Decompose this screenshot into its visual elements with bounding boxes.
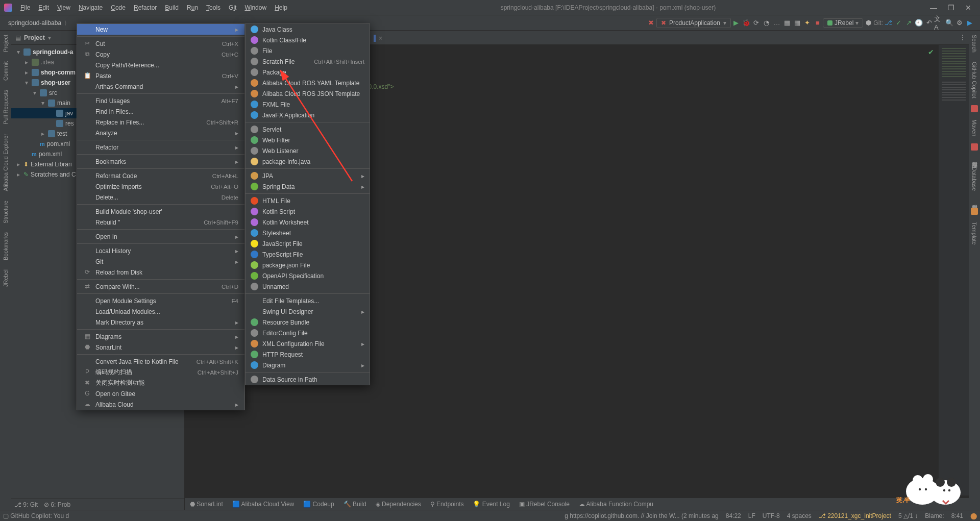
ctx-item[interactable]: Git▸ [77,256,244,267]
menu-view[interactable]: View [54,2,74,13]
new-item[interactable]: Servlet [246,124,370,135]
menu-edit[interactable]: Edit [35,2,52,13]
ctx-item[interactable]: Optimize ImportsCtrl+Alt+O [77,181,244,192]
ctx-item[interactable]: 📋PasteCtrl+V [77,70,244,81]
new-item[interactable]: Alibaba Cloud ROS YAML Template [246,78,370,88]
context-menu[interactable]: New▸✂CutCtrl+X⧉CopyCtrl+CCopy Path/Refer… [77,23,245,410]
new-item[interactable]: Stylesheet [246,228,370,238]
git-clock-icon[interactable]: 🕘 [914,18,924,28]
maximize-button[interactable]: ❐ [943,4,959,12]
ctx-item[interactable]: ⬣SonarLint▸ [77,342,244,353]
lt-alibaba[interactable]: Alibaba Cloud Explorer [3,132,9,193]
ctx-item[interactable]: Open In▸ [77,231,244,242]
new-item[interactable]: Data Source in Path [246,374,370,385]
ctx-item[interactable]: Find in Files... [77,106,244,117]
ctx-item[interactable]: Mark Directory as▸ [77,317,244,328]
menu-help[interactable]: Help [272,2,290,13]
new-item[interactable]: Scratch FileCtrl+Alt+Shift+Insert [246,56,370,67]
ctx-item[interactable]: Refactor▸ [77,142,244,153]
ctx-item[interactable]: Load/Unload Modules... [77,306,244,317]
play2-icon[interactable]: ▶ [965,18,975,28]
new-item[interactable]: Kotlin Class/File [246,35,370,45]
ctx-item[interactable]: New▸ [77,24,244,35]
status-enc[interactable]: UTF-8 [763,512,780,519]
bt-jrebel[interactable]: ▣ JRebel Console [519,501,570,508]
bt-alibaba[interactable]: 🟦 Alibaba Cloud View [232,501,295,508]
bl-problems[interactable]: ⊘ 6: Prob [44,501,70,508]
ctx-item[interactable]: ✂CutCtrl+X [77,38,244,49]
status-blame[interactable]: Blame: [925,512,944,519]
menu-refactor[interactable]: Refactor [131,2,160,13]
ctx-item[interactable]: GOpen on Gitee [77,388,244,399]
status-delta[interactable]: 5 △/1 ↓ [898,512,918,519]
new-item[interactable]: HTTP Request [246,349,370,360]
status-eol[interactable]: LF [748,512,755,519]
rt-maven-icon[interactable] [971,105,978,112]
menu-git[interactable]: Git [226,2,239,13]
new-item[interactable]: Diagram▸ [246,360,370,370]
settings-icon[interactable]: ⚙ [954,18,965,28]
ctx-item[interactable]: Arthas Command▸ [77,81,244,92]
bl-git[interactable]: ⎇ 9: Git [14,501,38,508]
rt-copilot[interactable]: GitHub Copilot [971,60,977,101]
grid-icon[interactable]: ▦ [782,18,792,28]
rt-app1[interactable]: 应用程序 [971,156,978,160]
new-item[interactable]: OpenAPI Specification [246,270,370,281]
lt-bookmarks[interactable]: Bookmarks [3,230,9,262]
new-item[interactable]: Resource Bundle [246,317,370,328]
menu-run[interactable]: Run [184,2,201,13]
status-ime-icon[interactable]: ⬤ [970,512,977,519]
ctx-item[interactable]: Open Module SettingsF4 [77,295,244,306]
new-item[interactable]: EditorConfig File [246,328,370,338]
git-commit-icon[interactable]: ✓ [893,18,903,28]
stop-icon[interactable]: ✖ [646,18,656,28]
editor-tab[interactable]: × [369,31,387,44]
ctx-item[interactable]: P编码规约扫描Ctrl+Alt+Shift+J [77,367,244,378]
new-item[interactable]: Package [246,67,370,78]
menu-code[interactable]: Code [108,2,129,13]
trace-icon[interactable]: … [772,18,782,28]
new-item[interactable]: Spring Data▸ [246,181,370,192]
lt-commit[interactable]: Commit [3,59,9,83]
new-item[interactable]: JPA▸ [246,170,370,181]
search-icon[interactable]: 🔍 [944,18,954,28]
git-push-icon[interactable]: ↗ [903,18,914,28]
ctx-item[interactable]: Build Module 'shop-user' [77,206,244,217]
ctx-item[interactable]: Bookmarks▸ [77,156,244,167]
bt-alifc[interactable]: ☁ Alibaba Function Compu [579,501,653,508]
ctx-item[interactable]: Rebuild ''Ctrl+Shift+F9 [77,217,244,228]
close-button[interactable]: ✕ [961,4,976,12]
lt-structure[interactable]: Structure [3,199,9,226]
bt-sonar[interactable]: ⬣ SonarLint [190,501,223,508]
rt-app2[interactable]: 应用程序 [971,199,978,203]
mascot-widget[interactable]: 英,半 [894,452,971,508]
menu-tools[interactable]: Tools [203,2,224,13]
status-copilot[interactable]: ▢ GitHub Copilot: You d [3,512,69,519]
git-revert-icon[interactable]: ↶ [924,18,934,28]
run-configuration[interactable]: ✖ProductApplication▾ [656,18,731,28]
rt-db[interactable]: Database [971,165,977,193]
new-item[interactable]: Java Class [246,24,370,35]
lt-jrebel[interactable]: JRebel [3,267,9,289]
ctx-item[interactable]: Copy Path/Reference... [77,60,244,70]
coverage-icon[interactable]: ⟳ [751,18,762,28]
new-item[interactable]: XML Configuration File▸ [246,338,370,349]
new-item[interactable]: Unnamed [246,281,370,292]
ctx-item[interactable]: Delete...Delete [77,192,244,203]
rt-tpl[interactable]: Template [971,220,977,247]
new-item[interactable]: TypeScript File [246,249,370,260]
ctx-item[interactable]: Replace in Files...Ctrl+Shift+R [77,117,244,128]
new-item[interactable]: Kotlin Worksheet [246,217,370,228]
stop2-icon[interactable]: ■ [813,18,823,28]
spark-icon[interactable]: ✦ [802,18,813,28]
new-item[interactable]: FXML File [246,99,370,110]
menu-file[interactable]: File [17,2,33,13]
bt-codeup[interactable]: 🟦 Codeup [303,501,334,508]
new-item[interactable]: package.json File [246,260,370,270]
bt-build[interactable]: 🔨 Build [344,501,366,508]
menu-navigate[interactable]: Navigate [76,2,106,13]
new-item[interactable]: Web Filter [246,135,370,145]
rt-orange-icon[interactable] [971,208,978,215]
bt-deps[interactable]: ◈ Dependencies [376,501,421,508]
tab-close-icon[interactable]: × [379,35,382,42]
